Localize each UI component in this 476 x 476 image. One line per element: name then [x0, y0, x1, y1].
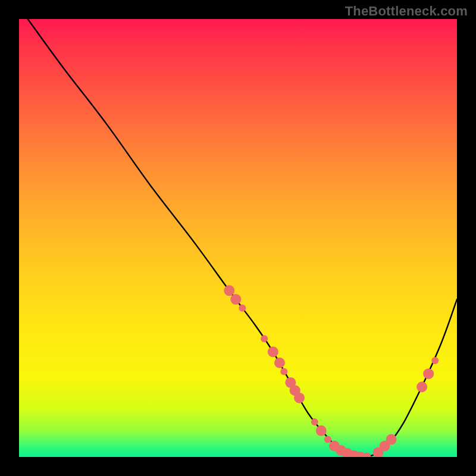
- marker-point: [261, 335, 268, 342]
- marker-point: [386, 434, 397, 445]
- chart-svg: [19, 19, 457, 457]
- marker-point: [311, 418, 318, 425]
- marker-point: [274, 358, 285, 368]
- marker-point: [324, 436, 331, 443]
- marker-point: [423, 368, 434, 379]
- marker-point: [230, 294, 241, 305]
- marker-point: [280, 368, 287, 375]
- chart-frame: [19, 19, 457, 457]
- bottleneck-curve: [28, 19, 457, 457]
- marker-point: [224, 285, 234, 296]
- marker-point: [294, 393, 305, 403]
- marker-point: [431, 357, 439, 364]
- highlighted-points: [224, 285, 439, 457]
- marker-point: [316, 425, 327, 436]
- watermark-text: TheBottleneck.com: [345, 4, 468, 19]
- marker-point: [268, 346, 278, 357]
- marker-point: [416, 381, 427, 392]
- marker-point: [239, 305, 246, 312]
- marker-point: [364, 453, 371, 457]
